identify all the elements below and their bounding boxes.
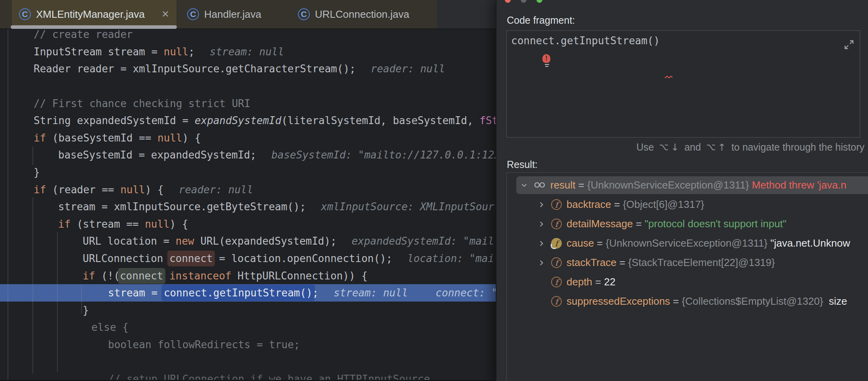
tab-label: URLConnection.java [315, 8, 409, 21]
code-line-9[interactable]: } [0, 164, 496, 181]
execution-line[interactable]: stream = connect.getInputStream();stream… [0, 284, 496, 302]
code-token: (reader == [46, 184, 120, 196]
code-line-10[interactable]: if (reader == null) {reader: null [0, 181, 496, 198]
tree-row-depth[interactable]: fdepth = 22 [507, 272, 868, 292]
code-token: connect [169, 253, 213, 264]
tree-row-backtrace[interactable]: fbacktrace = {Object[6]@1317} [507, 195, 868, 214]
java-class-icon: C [298, 8, 310, 20]
tree-row-detailMessage[interactable]: fdetailMessage = "protocol doesn't suppo… [507, 214, 868, 234]
code-line-8[interactable]: baseSystemId = expandedSystemId;baseSyst… [0, 146, 496, 164]
code-line-21[interactable]: // setup URLConnection if we have an HTT… [0, 370, 496, 381]
result-tree[interactable]: result = {UnknownServiceException@1311} … [506, 172, 868, 381]
code-token: null [145, 218, 170, 230]
code-token: expandSystemId [195, 115, 281, 126]
code-line-2[interactable]: InputStream stream = null;stream: null [0, 43, 496, 60]
code-token: fSt [479, 115, 496, 126]
tab-Handler-java[interactable]: CHandler.java [180, 0, 279, 28]
code-line-5[interactable]: // First chance checking strict URI [0, 95, 496, 112]
code-line-19[interactable]: boolean followRedirects = true; [0, 336, 496, 353]
code-fragment-editor[interactable]: connect.getInputStream() ! [506, 30, 860, 138]
variable-value: {Object[6]@1317} [623, 198, 704, 211]
java-class-icon: C [187, 8, 199, 20]
bulb-shape: ! [542, 54, 550, 63]
code-line-4[interactable] [0, 77, 496, 95]
tree-row-cause[interactable]: fcause = {UnknownServiceException@1311} … [507, 234, 868, 253]
code-line-17[interactable]: } [0, 302, 496, 319]
code-token: // First chance checking strict URI [34, 98, 250, 109]
indent-guide [32, 147, 33, 165]
variable-value: "protocol doesn't support input" [644, 218, 787, 230]
variable-name: suppressedExceptions [567, 295, 670, 307]
chevron-right-icon[interactable] [538, 259, 546, 267]
code-line-18[interactable]: else { [0, 319, 496, 336]
watch-result-icon [534, 179, 546, 191]
code-token: stream = [108, 287, 164, 299]
minimize-button[interactable] [521, 0, 527, 3]
chevron-right-icon[interactable] [538, 240, 546, 247]
close-button[interactable] [505, 0, 511, 3]
chevron-right-icon[interactable] [538, 201, 546, 209]
java-class-icon: C [19, 8, 31, 20]
code-fragment-text[interactable]: connect.getInputStream() [511, 35, 660, 47]
code-line-14[interactable]: URLConnection connect = location.openCon… [0, 250, 496, 267]
option-key-icon [707, 144, 715, 151]
tree-row-result[interactable]: result = {UnknownServiceException@1311} … [507, 175, 868, 195]
expand-editor-icon[interactable] [844, 40, 854, 50]
code-line-15[interactable]: if (!(connect instanceof HttpURLConnecti… [0, 267, 496, 285]
inline-debugger-hint: baseSystemId: "mailto://127.0.0.1:123 [271, 149, 496, 161]
code-token: } [83, 304, 89, 316]
active-tab-underline [11, 25, 177, 29]
code-token: ) { [182, 132, 201, 144]
inline-debugger-hint: stream: null [334, 287, 408, 299]
chevron-spacer [538, 298, 546, 306]
code-line-3[interactable]: Reader reader = xmlInputSource.getCharac… [0, 60, 496, 77]
chevron-right-icon[interactable] [538, 220, 546, 228]
variable-value: {Collections$EmptyList@1320} [682, 295, 829, 307]
tree-row-suppressedExceptions[interactable]: fsuppressedExceptions = {Collections$Emp… [507, 292, 868, 311]
code-editor[interactable]: // create readerInputStream stream = nul… [0, 0, 496, 381]
arrow-down-glyph: ↓ [671, 142, 679, 153]
variable-name: detailMessage [567, 218, 633, 230]
inline-debugger-hint: reader: null [179, 184, 253, 196]
variable-name: depth [567, 276, 592, 288]
code-token: stream = xmlInputSource.getByteStream(); [58, 201, 306, 213]
code-line-12[interactable]: if (stream == null) { [0, 215, 496, 233]
code-line-11[interactable]: stream = xmlInputSource.getByteStream();… [0, 198, 496, 215]
code-token: HttpURLConnection)) { [231, 270, 368, 282]
equals-sign: = [611, 198, 623, 211]
code-token: null [164, 46, 189, 58]
field-icon: f [551, 199, 562, 210]
field-gold-icon: f [551, 238, 562, 249]
code-line-20[interactable] [0, 353, 496, 371]
code-token: boolean followRedirects = true; [108, 339, 300, 351]
code-token: ) { [145, 184, 164, 196]
field-icon: f [551, 219, 562, 229]
error-bulb-icon[interactable]: ! [542, 54, 551, 68]
code-line-6[interactable]: String expandedSystemId = expandSystemId… [0, 112, 496, 129]
code-token: baseSystemId = expandedSystemId; [58, 149, 256, 161]
code-token: URL(expandedSystemId); [194, 235, 337, 247]
zoom-button[interactable] [536, 0, 542, 3]
code-token: // create reader [34, 28, 133, 40]
code-token: Reader reader = xmlInputSource.getCharac… [34, 63, 356, 75]
variable-name: backtrace [567, 198, 611, 211]
option-key-icon [660, 144, 668, 151]
tree-row-stackTrace[interactable]: fstackTrace = {StackTraceElement[22]@131… [507, 253, 868, 272]
code-line-13[interactable]: URL location = new URL(expandedSystemId)… [0, 232, 496, 250]
inline-debugger-hint: reader: null [371, 63, 445, 75]
tab-XMLEntityManager-java[interactable]: CXMLEntityManager.java✕ [12, 0, 176, 28]
tab-label: XMLEntityManager.java [36, 8, 145, 21]
code-token: null [157, 132, 182, 144]
close-tab-icon[interactable]: ✕ [161, 9, 169, 19]
code-token: null [120, 184, 145, 196]
code-line-7[interactable]: if (baseSystemId == null) { [0, 129, 496, 147]
variable-value: "java.net.Unknow [770, 237, 850, 249]
tab-URLConnection-java[interactable]: CURLConnection.java [291, 0, 421, 28]
field-icon: f [551, 296, 562, 307]
inline-debugger-hint: stream: null [210, 46, 284, 58]
code-token: (!( [95, 270, 120, 282]
arrow-up-glyph: ↑ [718, 142, 726, 153]
inline-debugger-hint: connect: "s [436, 287, 496, 299]
chevron-down-icon[interactable] [520, 181, 528, 189]
variable-value: {UnknownServiceException@1311} [587, 179, 752, 191]
